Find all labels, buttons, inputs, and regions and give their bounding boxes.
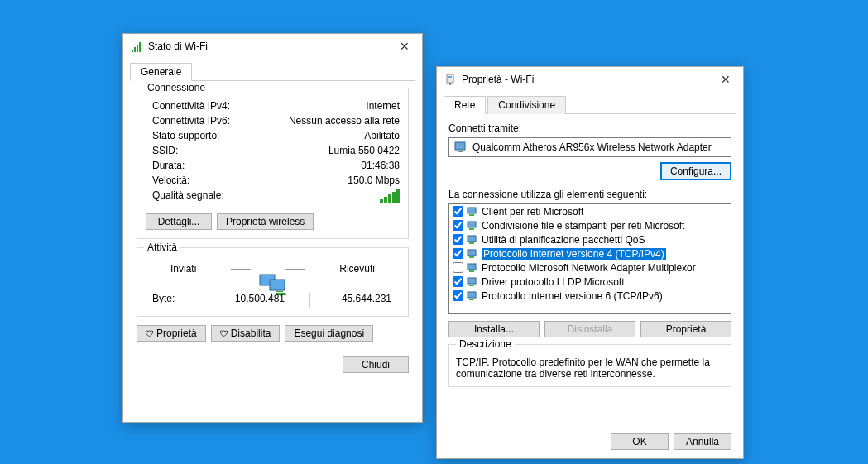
legend-activity: Attività (144, 242, 180, 253)
svg-rect-15 (469, 242, 474, 244)
protocol-icon (467, 291, 478, 301)
value-ipv4: Internet (366, 100, 400, 112)
label-ipv6: Connettività IPv6: (146, 115, 230, 127)
protocol-list[interactable]: Client per reti MicrosoftCondivisione fi… (448, 203, 731, 314)
svg-rect-14 (468, 236, 476, 242)
install-button[interactable]: Installa... (448, 321, 540, 337)
description-text: TCP/IP. Protocollo predefinito per le WA… (456, 356, 724, 380)
adapter-icon (444, 73, 457, 86)
window-title: Proprietà - Wi-Fi (462, 74, 713, 85)
label-duration: Durata: (146, 160, 185, 171)
uninstall-button[interactable]: Disinstalla (544, 321, 635, 337)
window-body: Connetti tramite: Qualcomm Atheros AR956… (437, 114, 743, 395)
tabs: Rete Condivisione (444, 95, 736, 114)
protocol-checkbox[interactable] (453, 276, 463, 287)
protocol-icon (467, 235, 478, 245)
svg-rect-9 (458, 151, 463, 152)
protocol-icon (467, 207, 478, 217)
protocol-label: Utilità di pianificazione pacchetti QoS (482, 234, 645, 246)
protocol-label: Protocollo Internet versione 6 (TCP/IPv6… (482, 290, 663, 302)
diagnose-button[interactable]: Esegui diagnosi (285, 325, 373, 342)
legend-description: Descrizione (456, 338, 515, 350)
wifi-props-window: Proprietà - Wi-Fi ✕ Rete Condivisione Co… (436, 66, 744, 459)
list-item[interactable]: Driver protocollo LLDP Microsoft (449, 275, 731, 289)
protocol-label: Client per reti Microsoft (482, 206, 583, 218)
cancel-button[interactable]: Annulla (674, 433, 731, 450)
label-ipv4: Connettività IPv4: (146, 100, 230, 112)
label-speed: Velocità: (146, 175, 189, 186)
label-recv: Ricevuti (339, 263, 375, 275)
svg-rect-1 (270, 280, 285, 290)
protocol-checkbox[interactable] (453, 290, 463, 301)
signal-quality-icon (380, 189, 400, 205)
protocol-checkbox[interactable] (453, 234, 463, 245)
svg-rect-11 (469, 214, 474, 216)
description-group: Descrizione TCP/IP. Protocollo predefini… (448, 344, 731, 387)
wifi-icon (130, 40, 143, 53)
group-activity: Attività Inviati —— —— Ricevuti Byte: 10… (137, 247, 409, 317)
value-ipv6: Nessun accesso alla rete (289, 115, 400, 127)
value-state: Abilitato (364, 130, 400, 141)
details-button[interactable]: Dettagli... (146, 213, 212, 230)
protocol-icon (467, 249, 478, 259)
close-icon[interactable]: ✕ (713, 69, 738, 89)
svg-rect-2 (276, 291, 283, 292)
label-connect-via: Connetti tramite: (448, 122, 731, 134)
protocol-checkbox[interactable] (453, 220, 463, 231)
shield-icon (220, 328, 231, 339)
window-body: Connessione Connettività IPv4:Internet C… (123, 81, 422, 380)
svg-rect-18 (468, 264, 476, 270)
tabs: Generale (130, 62, 415, 81)
label-uses: La connessione utilizza gli elementi seg… (448, 189, 731, 200)
protocol-label: Protocollo Microsoft Network Adapter Mul… (482, 262, 696, 274)
svg-rect-20 (468, 278, 476, 284)
adapter-name: Qualcomm Atheros AR956x Wireless Network… (472, 141, 712, 153)
value-ssid: Lumia 550 0422 (328, 145, 400, 156)
list-item[interactable]: Protocollo Internet versione 4 (TCP/IPv4… (449, 246, 731, 261)
svg-rect-13 (469, 228, 474, 230)
protocol-checkbox[interactable] (453, 248, 463, 259)
svg-rect-23 (469, 299, 474, 300)
list-item[interactable]: Protocollo Internet versione 6 (TCP/IPv6… (449, 289, 731, 303)
wireless-props-button[interactable]: Proprietà wireless (217, 213, 314, 230)
value-bytes-recv: 45.644.231 (319, 293, 400, 308)
svg-rect-17 (469, 256, 474, 258)
titlebar[interactable]: Stato di Wi-Fi ✕ (123, 34, 422, 59)
svg-rect-21 (469, 285, 474, 286)
label-quality: Qualità segnale: (146, 189, 224, 205)
svg-rect-22 (468, 292, 476, 298)
adapter-field: Qualcomm Atheros AR956x Wireless Network… (448, 137, 731, 157)
disable-button[interactable]: Disabilita (211, 325, 281, 342)
configure-button[interactable]: Configura... (660, 162, 731, 180)
tab-sharing[interactable]: Condivisione (487, 96, 566, 114)
label-sent: Inviati (170, 263, 196, 275)
svg-rect-12 (468, 222, 476, 227)
svg-rect-5 (447, 74, 453, 83)
close-icon[interactable]: ✕ (392, 36, 417, 56)
ok-button[interactable]: OK (611, 433, 669, 450)
tab-network[interactable]: Rete (444, 96, 486, 114)
list-item[interactable]: Condivisione file e stampanti per reti M… (449, 218, 731, 232)
item-properties-button[interactable]: Proprietà (640, 321, 731, 337)
properties-button[interactable]: Proprietà (137, 325, 206, 342)
label-bytes: Byte: (146, 293, 212, 308)
list-item[interactable]: Client per reti Microsoft (449, 204, 731, 218)
svg-rect-7 (449, 83, 451, 85)
list-item[interactable]: Protocollo Microsoft Network Adapter Mul… (449, 261, 731, 275)
value-duration: 01:46:38 (361, 160, 400, 171)
wifi-status-window: Stato di Wi-Fi ✕ Generale Connessione Co… (122, 33, 423, 423)
svg-rect-8 (455, 142, 465, 150)
protocol-icon (467, 277, 478, 287)
titlebar[interactable]: Proprietà - Wi-Fi ✕ (437, 67, 743, 92)
legend-connection: Connessione (144, 82, 209, 93)
protocol-icon (467, 221, 478, 231)
tab-general[interactable]: Generale (130, 63, 192, 81)
label-state: Stato supporto: (146, 130, 219, 141)
protocol-label: Protocollo Internet versione 4 (TCP/IPv4… (482, 248, 666, 260)
protocol-checkbox[interactable] (453, 206, 463, 217)
list-item[interactable]: Utilità di pianificazione pacchetti QoS (449, 232, 731, 246)
close-button[interactable]: Chiudi (343, 356, 409, 373)
protocol-checkbox[interactable] (453, 262, 463, 273)
svg-rect-6 (448, 76, 452, 78)
protocol-label: Condivisione file e stampanti per reti M… (482, 220, 684, 232)
